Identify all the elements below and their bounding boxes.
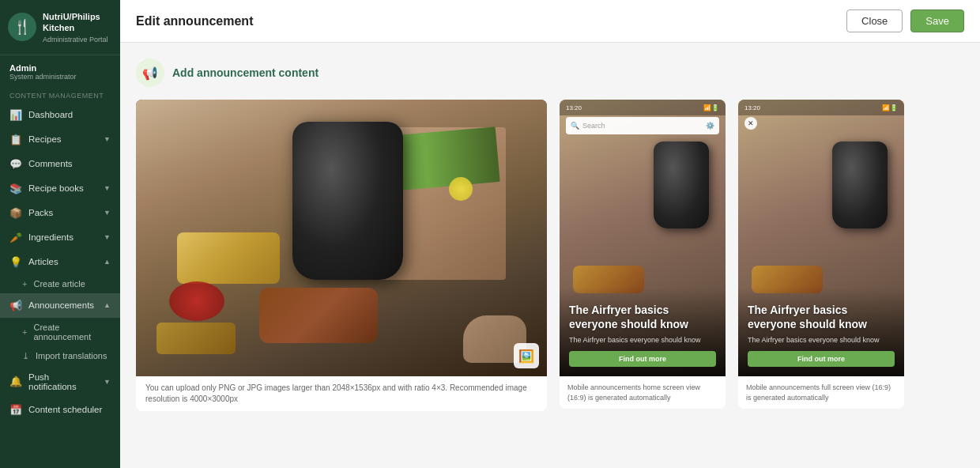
cards-row: 🖼️ You can upload only PNG or JPG images… [136, 100, 964, 411]
mobile-preview-title: The Airfryer basics everyone should know [569, 303, 716, 331]
plus-icon: + [22, 327, 27, 337]
dashboard-icon: 📊 [9, 109, 22, 121]
mobile-status-bar-2: 13:20 📶🔋 [738, 100, 904, 115]
push-notifications-icon: 🔔 [9, 376, 22, 387]
sidebar-item-label: Recipes [28, 134, 62, 144]
mobile-fullscreen-find-out-more-button[interactable]: Find out more [748, 351, 895, 367]
status-time: 13:20 [566, 104, 582, 111]
content-area: 📢 Add announcement content [120, 43, 980, 468]
mini-airfryer [654, 142, 709, 228]
ingredients-icon: 🥕 [9, 232, 22, 243]
packs-icon: 📦 [9, 207, 22, 219]
app-name: NutriU/Philips Kitchen [43, 11, 112, 34]
sidebar-item-announcements[interactable]: 📢 Announcements ▲ [0, 293, 120, 318]
sidebar-item-label: Ingredients [28, 232, 74, 242]
recipes-icon: 📋 [9, 134, 22, 145]
mobile-fullscreen-title: The Airfryer basics everyone should know [748, 303, 895, 331]
mobile-home-preview-image: 13:20 📶🔋 🔍 Search ⚙️ The Airfryer basics… [560, 100, 726, 376]
search-placeholder: Search [582, 122, 703, 130]
main-upload-card: 🖼️ You can upload only PNG or JPG images… [136, 100, 547, 411]
sidebar-item-recipes[interactable]: 📋 Recipes ▼ [0, 127, 120, 152]
main-card-image[interactable]: 🖼️ [136, 100, 547, 376]
mobile-home-preview-caption: Mobile announcements home screen view (1… [560, 376, 726, 409]
sidebar-item-articles[interactable]: 💡 Articles ▲ [0, 250, 120, 274]
mobile-status-bar: 13:20 📶🔋 [560, 100, 726, 115]
airfryer-scene: 🖼️ [136, 100, 547, 376]
mobile-overlay-content: The Airfryer basics everyone should know… [560, 287, 726, 376]
close-preview-button[interactable]: ✕ [744, 117, 757, 130]
mobile-fullscreen-preview-image: 13:20 📶🔋 ✕ The Airfryer basics everyone … [738, 100, 904, 376]
recipe-books-icon: 📚 [9, 183, 22, 194]
sidebar-item-label: Recipe books [28, 183, 84, 193]
mobile-fullscreen-overlay: The Airfryer basics everyone should know… [738, 287, 904, 376]
sidebar-item-content-scheduler[interactable]: 📅 Content scheduler [0, 398, 120, 422]
sidebar: 🍴 NutriU/Philips Kitchen Administrative … [0, 0, 120, 468]
sidebar-item-comments[interactable]: 💬 Comments [0, 152, 120, 176]
sidebar-item-push-notifications[interactable]: 🔔 Push notifications ▼ [0, 366, 120, 398]
chevron-down-icon: ▼ [104, 184, 111, 192]
mini-airfryer-bg: 13:20 📶🔋 🔍 Search ⚙️ The Airfryer basics… [560, 100, 726, 376]
app-subtitle: Administrative Portal [43, 36, 112, 43]
import-icon: ⤓ [22, 351, 29, 361]
airfryer-body [292, 122, 403, 280]
chevron-down-icon: ▼ [104, 135, 111, 143]
status-icons-2: 📶🔋 [882, 104, 898, 111]
chevron-down-icon: ▼ [104, 378, 111, 386]
sidebar-item-label: Push notifications [28, 372, 97, 391]
articles-icon: 💡 [9, 256, 22, 268]
sidebar-item-label: Articles [28, 257, 58, 266]
sidebar-subitem-import-translations[interactable]: ⤓ Import translations [0, 346, 120, 366]
add-content-header: 📢 Add announcement content [136, 58, 964, 87]
section-label: CONTENT MANAGEMENT [0, 85, 120, 103]
sidebar-item-ingredients[interactable]: 🥕 Ingredients ▼ [0, 225, 120, 250]
sidebar-item-label: Packs [28, 208, 53, 217]
add-content-label: Add announcement content [172, 66, 318, 79]
save-button[interactable]: Save [910, 9, 964, 32]
mobile-home-preview-card: 13:20 📶🔋 🔍 Search ⚙️ The Airfryer basics… [560, 100, 726, 409]
username: Admin [9, 63, 111, 73]
mobile-preview-subtitle: The Airfryer basics everyone should know [569, 336, 716, 344]
sidebar-subitem-create-announcement[interactable]: + Create announcement [0, 318, 120, 346]
megaphone-icon: 📢 [136, 58, 164, 87]
sidebar-item-packs[interactable]: 📦 Packs ▼ [0, 201, 120, 225]
mini-airfryer-2 [832, 142, 888, 228]
content-scheduler-icon: 📅 [9, 404, 22, 416]
mobile-search-bar[interactable]: 🔍 Search ⚙️ [566, 117, 719, 134]
user-role: System administrator [9, 73, 111, 81]
status-time-2: 13:20 [744, 104, 760, 111]
mobile-fullscreen-preview-caption: Mobile announcements full screen view (1… [738, 376, 904, 409]
announcements-icon: 📢 [9, 300, 22, 311]
top-bar-actions: Close Save [846, 9, 964, 32]
mobile-fullscreen-subtitle: The Airfryer basics everyone should know [748, 336, 895, 344]
comments-icon: 💬 [9, 158, 22, 170]
logo-icon: 🍴 [8, 13, 36, 41]
sidebar-subitem-label: Create announcement [33, 323, 111, 342]
chevron-up-icon: ▲ [104, 301, 111, 309]
food-chicken [259, 288, 378, 343]
close-button[interactable]: Close [846, 9, 903, 32]
sidebar-item-label: Comments [28, 159, 73, 168]
sidebar-subitem-label: Create article [33, 279, 85, 289]
status-icons: 📶🔋 [703, 104, 719, 111]
page-title: Edit announcement [136, 14, 253, 28]
search-icon: 🔍 [571, 122, 579, 130]
sidebar-item-label: Dashboard [28, 110, 73, 119]
mini-airfryer-bg-2: 13:20 📶🔋 ✕ The Airfryer basics everyone … [738, 100, 904, 376]
sidebar-subitem-create-article[interactable]: + Create article [0, 274, 120, 293]
user-info: Admin System administrator [0, 55, 120, 85]
upload-image-button[interactable]: 🖼️ [514, 343, 539, 368]
sidebar-item-dashboard[interactable]: 📊 Dashboard [0, 103, 120, 127]
chevron-down-icon: ▼ [104, 209, 111, 217]
main-card-caption: You can upload only PNG or JPG images la… [136, 376, 547, 411]
sidebar-item-label: Announcements [28, 300, 94, 310]
sidebar-item-label: Content scheduler [28, 405, 102, 414]
mobile-find-out-more-button[interactable]: Find out more [569, 351, 716, 367]
sidebar-subitem-label: Import translations [36, 351, 107, 360]
top-bar: Edit announcement Close Save [120, 0, 980, 43]
main-content: Edit announcement Close Save 📢 Add annou… [120, 0, 980, 468]
filter-icon: ⚙️ [706, 122, 714, 130]
sidebar-item-recipe-books[interactable]: 📚 Recipe books ▼ [0, 176, 120, 201]
app-logo: 🍴 NutriU/Philips Kitchen Administrative … [0, 0, 120, 55]
mobile-fullscreen-preview-card: 13:20 📶🔋 ✕ The Airfryer basics everyone … [738, 100, 904, 409]
chevron-up-icon: ▲ [104, 258, 111, 266]
